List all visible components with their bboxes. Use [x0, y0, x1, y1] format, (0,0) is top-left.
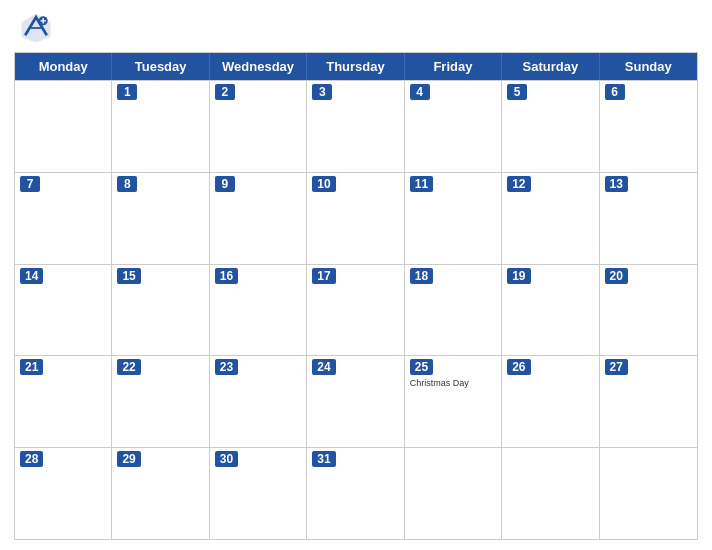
- day-number: 17: [312, 268, 335, 284]
- logo: [18, 10, 58, 46]
- day-cell: 13: [600, 173, 697, 264]
- day-number: 23: [215, 359, 238, 375]
- day-number: 26: [507, 359, 530, 375]
- week-row-4: 2122232425Christmas Day2627: [15, 355, 697, 447]
- day-cell: 20: [600, 265, 697, 356]
- day-cell: 30: [210, 448, 307, 539]
- day-number: 14: [20, 268, 43, 284]
- day-number: 3: [312, 84, 332, 100]
- day-number: 24: [312, 359, 335, 375]
- day-cell: 12: [502, 173, 599, 264]
- day-number: 5: [507, 84, 527, 100]
- day-cell: 31: [307, 448, 404, 539]
- day-headers-row: MondayTuesdayWednesdayThursdayFridaySatu…: [15, 53, 697, 80]
- day-cell: 25Christmas Day: [405, 356, 502, 447]
- day-number: 1: [117, 84, 137, 100]
- calendar-page: MondayTuesdayWednesdayThursdayFridaySatu…: [0, 0, 712, 550]
- day-cell: 8: [112, 173, 209, 264]
- day-cell: 5: [502, 81, 599, 172]
- day-number: 18: [410, 268, 433, 284]
- day-cell: 16: [210, 265, 307, 356]
- day-number: 25: [410, 359, 433, 375]
- day-header-sunday: Sunday: [600, 53, 697, 80]
- day-cell: 6: [600, 81, 697, 172]
- day-number: 11: [410, 176, 433, 192]
- day-cell: 7: [15, 173, 112, 264]
- day-number: 20: [605, 268, 628, 284]
- week-row-5: 28293031: [15, 447, 697, 539]
- day-cell: 3: [307, 81, 404, 172]
- day-cell: 19: [502, 265, 599, 356]
- day-cell: [405, 448, 502, 539]
- day-header-saturday: Saturday: [502, 53, 599, 80]
- day-cell: 11: [405, 173, 502, 264]
- day-number: 13: [605, 176, 628, 192]
- day-cell: [600, 448, 697, 539]
- day-cell: 26: [502, 356, 599, 447]
- day-cell: 10: [307, 173, 404, 264]
- generalblue-logo-icon: [18, 10, 54, 46]
- day-number: 28: [20, 451, 43, 467]
- day-header-monday: Monday: [15, 53, 112, 80]
- day-number: 30: [215, 451, 238, 467]
- day-cell: 22: [112, 356, 209, 447]
- day-cell: 18: [405, 265, 502, 356]
- day-cell: 14: [15, 265, 112, 356]
- day-cell: [15, 81, 112, 172]
- day-cell: 24: [307, 356, 404, 447]
- day-cell: 4: [405, 81, 502, 172]
- day-number: 27: [605, 359, 628, 375]
- day-header-friday: Friday: [405, 53, 502, 80]
- week-row-1: 123456: [15, 80, 697, 172]
- week-row-2: 78910111213: [15, 172, 697, 264]
- day-number: 10: [312, 176, 335, 192]
- day-cell: 15: [112, 265, 209, 356]
- day-number: 6: [605, 84, 625, 100]
- day-number: 8: [117, 176, 137, 192]
- week-row-3: 14151617181920: [15, 264, 697, 356]
- day-header-wednesday: Wednesday: [210, 53, 307, 80]
- day-number: 15: [117, 268, 140, 284]
- holiday-label: Christmas Day: [410, 378, 496, 388]
- day-cell: 23: [210, 356, 307, 447]
- day-cell: 2: [210, 81, 307, 172]
- day-cell: 27: [600, 356, 697, 447]
- header: [14, 10, 698, 46]
- day-number: 16: [215, 268, 238, 284]
- day-cell: 29: [112, 448, 209, 539]
- day-number: 7: [20, 176, 40, 192]
- day-cell: 28: [15, 448, 112, 539]
- weeks-container: 1234567891011121314151617181920212223242…: [15, 80, 697, 539]
- day-cell: 9: [210, 173, 307, 264]
- calendar-grid: MondayTuesdayWednesdayThursdayFridaySatu…: [14, 52, 698, 540]
- day-number: 29: [117, 451, 140, 467]
- day-cell: 21: [15, 356, 112, 447]
- day-number: 19: [507, 268, 530, 284]
- day-cell: [502, 448, 599, 539]
- day-header-tuesday: Tuesday: [112, 53, 209, 80]
- day-number: 31: [312, 451, 335, 467]
- day-header-thursday: Thursday: [307, 53, 404, 80]
- day-number: 21: [20, 359, 43, 375]
- day-number: 22: [117, 359, 140, 375]
- day-number: 4: [410, 84, 430, 100]
- day-number: 12: [507, 176, 530, 192]
- day-number: 2: [215, 84, 235, 100]
- day-cell: 1: [112, 81, 209, 172]
- day-number: 9: [215, 176, 235, 192]
- day-cell: 17: [307, 265, 404, 356]
